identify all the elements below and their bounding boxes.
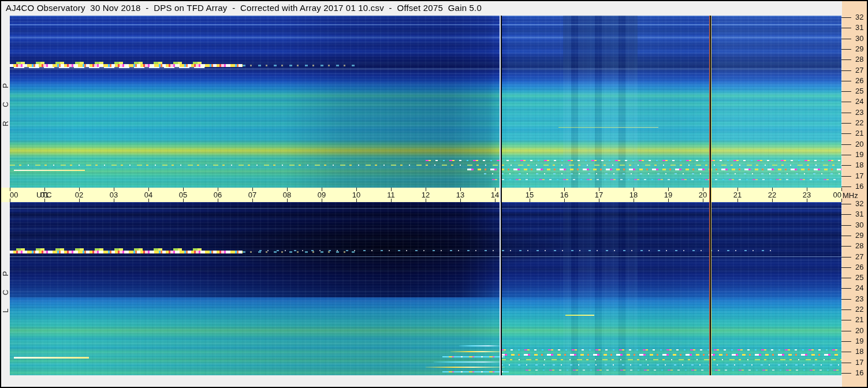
- freq-tick-27-panel0: [841, 70, 851, 71]
- faint-horizontal-line: [10, 69, 841, 69]
- rfi-line-17-2mhz: [501, 359, 841, 360]
- time-tick-label-06-6: 06: [214, 191, 222, 199]
- rfi-line-16-4mhz: [526, 370, 841, 371]
- time-tick-label-14-14: 14: [491, 191, 499, 199]
- rfi-dash-yellow-17mhz: [14, 357, 89, 359]
- freq-tick-31-panel1: [841, 214, 851, 215]
- rfi-dash-green: [558, 127, 658, 128]
- freq-tick-label-25-panel1: 25: [855, 273, 863, 282]
- freq-tick-19-panel0: [841, 155, 851, 155]
- freq-tick-25-panel0: [841, 91, 851, 92]
- rfi-streak-27mhz-underline: [14, 67, 205, 68]
- rcp-polarization-label: R C P: [1, 77, 10, 126]
- time-tick-label-04-4: 04: [144, 191, 152, 199]
- emission-streak: [450, 351, 505, 352]
- time-tick-label-23-23: 23: [803, 191, 811, 199]
- freq-tick-27-panel1: [841, 257, 851, 258]
- freq-tick-22-panel0: [841, 123, 851, 124]
- time-tick-label-13-13: 13: [456, 191, 464, 199]
- time-tick-label-21-21: 21: [733, 191, 742, 199]
- freq-tick-28-panel0: [841, 59, 851, 60]
- freq-tick-26-panel0: [841, 81, 851, 81]
- freq-tick-26-panel1: [841, 267, 851, 268]
- time-tick-label-17-17: 17: [595, 191, 603, 199]
- time-tick-label-19-19: 19: [664, 191, 672, 199]
- freq-tick-17-panel0: [841, 176, 851, 177]
- rfi-line-16-5mhz: [492, 179, 841, 180]
- rfi-dash-white: [14, 170, 84, 171]
- freq-tick-28-panel1: [841, 246, 851, 247]
- time-tick-label-12-12: 12: [422, 191, 430, 199]
- lcp-spectrogram: [10, 202, 841, 375]
- freq-tick-label-20-panel1: 20: [855, 326, 863, 334]
- time-tick-label-01-1: 01: [40, 191, 49, 199]
- freq-tick-24-panel0: [841, 102, 851, 102]
- freq-tick-18-panel0: [841, 165, 851, 166]
- freq-tick-21-panel0: [841, 133, 851, 134]
- freq-tick-22-panel1: [841, 309, 851, 310]
- freq-tick-label-17-panel1: 17: [855, 357, 863, 366]
- spectrogram-viewer: AJ4CO Observatory 30 Nov 2018 - DPS on T…: [0, 0, 868, 388]
- rfi-streak-27mhz-dashes: [12, 248, 212, 251]
- freq-tick-label-21-panel0: 21: [855, 129, 863, 137]
- freq-tick-29-panel0: [841, 49, 851, 50]
- time-axis-scale: UTC 000102030405060708091011121314151617…: [10, 188, 842, 202]
- rfi-streak-27mhz-core: [10, 64, 243, 67]
- rfi-streak-27mhz-tail: [243, 65, 359, 66]
- emission-streak: [442, 371, 509, 372]
- freq-tick-23-panel0: [841, 113, 851, 113]
- freq-tick-label-27-panel0: 27: [855, 65, 863, 74]
- faint-horizontal-line: [10, 256, 841, 257]
- freq-tick-29-panel1: [841, 236, 851, 236]
- freq-tick-label-21-panel1: 21: [855, 315, 863, 324]
- frequency-axis-column: MHz 323130292827262524232221201918171632…: [842, 1, 867, 387]
- freq-tick-16-panel1: [841, 373, 851, 374]
- time-tick-label-20-20: 20: [699, 191, 707, 199]
- freq-tick-label-25-panel0: 25: [855, 87, 863, 95]
- freq-tick-label-31-panel1: 31: [855, 210, 863, 218]
- time-tick-label-02-2: 02: [75, 191, 83, 199]
- freq-tick-label-31-panel0: 31: [855, 23, 863, 32]
- freq-tick-label-16-panel0: 16: [855, 182, 863, 191]
- freq-tick-32-panel0: [841, 17, 851, 18]
- emission-streak: [434, 361, 504, 363]
- time-tick-label-09-9: 09: [318, 191, 326, 199]
- faint-horizontal-line: [10, 208, 841, 209]
- time-tick-label-18-18: 18: [629, 191, 638, 199]
- freq-tick-label-30-panel0: 30: [855, 33, 863, 42]
- rcp-spectrogram: [10, 16, 841, 188]
- freq-tick-23-panel1: [841, 299, 851, 300]
- freq-tick-21-panel1: [841, 320, 851, 320]
- freq-tick-16-panel0: [841, 186, 851, 187]
- freq-tick-31-panel0: [841, 28, 851, 28]
- time-tick-label-07-7: 07: [248, 191, 256, 199]
- freq-tick-label-18-panel0: 18: [855, 161, 863, 169]
- time-tick-label-08-8: 08: [283, 191, 291, 199]
- time-tick-label-00-0: 00: [10, 191, 18, 199]
- freq-tick-18-panel1: [841, 352, 851, 352]
- freq-tick-label-32-panel0: 32: [855, 13, 863, 21]
- rcp-axis-label-box: R C P: [1, 16, 10, 188]
- lcp-axis-label-box: L C P: [1, 202, 10, 375]
- time-tick-label-00-24: 00: [833, 191, 841, 199]
- lcp-polarization-label: L C P: [1, 265, 10, 312]
- time-tick-label-10-10: 10: [352, 191, 360, 199]
- rfi-line-17-8mhz: [10, 165, 841, 166]
- freq-tick-20-panel0: [841, 144, 851, 145]
- freq-tick-32-panel1: [841, 204, 851, 204]
- rfi-line-16-8mhz: [501, 364, 841, 365]
- freq-tick-label-18-panel1: 18: [855, 347, 863, 356]
- freq-tick-label-27-panel1: 27: [855, 252, 863, 260]
- freq-tick-label-22-panel0: 22: [855, 118, 863, 127]
- freq-tick-label-32-panel1: 32: [855, 199, 863, 208]
- rfi-line-17-6mhz: [501, 354, 841, 356]
- freq-tick-label-16-panel1: 16: [855, 368, 863, 377]
- rfi-line-17mhz: [484, 173, 841, 174]
- freq-tick-label-23-panel1: 23: [855, 294, 863, 303]
- freq-tick-label-26-panel0: 26: [855, 76, 863, 85]
- rfi-dash-green: [565, 315, 594, 316]
- freq-tick-25-panel1: [841, 278, 851, 278]
- freq-tick-label-17-panel0: 17: [855, 171, 863, 180]
- freq-tick-24-panel1: [841, 288, 851, 289]
- freq-tick-label-19-panel0: 19: [855, 150, 863, 159]
